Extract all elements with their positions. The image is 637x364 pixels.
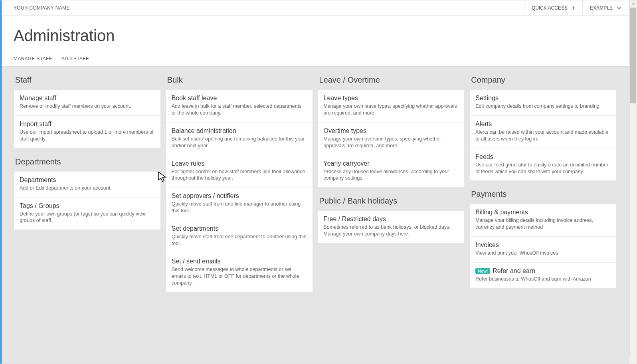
quick-access-label: QUICK ACCESS <box>532 5 568 11</box>
item-title: Yearly carryover <box>324 160 459 167</box>
item-free-restricted-days[interactable]: Free / Restricted days Sometimes referre… <box>318 211 465 243</box>
item-desc: Refer businesses to WhosOff and earn wit… <box>475 276 611 283</box>
item-feeds[interactable]: Feeds Use our feed generator to easily c… <box>470 148 616 181</box>
item-overtime-types[interactable]: Overtime types Manage your own overtime … <box>318 122 465 155</box>
item-desc: View and print your WhosOff invoices <box>475 250 611 257</box>
page-title: Administration <box>14 27 115 45</box>
item-title: Invoices <box>475 241 611 249</box>
new-badge: New! <box>475 268 490 274</box>
section-title-payments: Payments <box>471 190 617 199</box>
item-title: Set / send emails <box>172 258 307 265</box>
item-yearly-carryover[interactable]: Yearly carryover Process any unused leav… <box>318 155 465 188</box>
item-desc: Manage your own leave types, specifying … <box>324 103 459 117</box>
item-title: Book staff leave <box>172 95 307 102</box>
item-title: Settings <box>475 95 611 102</box>
section-title-departments: Departments <box>15 157 161 166</box>
tab-manage-staff[interactable]: MANAGE STAFF <box>14 56 52 61</box>
item-book-staff-leave[interactable]: Book staff leave Add leave in bulk for a… <box>166 90 313 122</box>
item-title: Departments <box>20 176 155 184</box>
item-desc: Quickly move staff from one line manager… <box>172 201 307 214</box>
plus-icon: + <box>572 5 575 11</box>
section-title-leave-overtime: Leave / Overtime <box>319 75 465 85</box>
item-settings[interactable]: Settings Edit company details from compa… <box>470 90 616 115</box>
scrollbar-corner <box>629 356 637 364</box>
item-title: Leave rules <box>172 160 307 167</box>
item-desc: Add leave in bulk for a staff member, se… <box>172 103 307 117</box>
item-title: Set departments <box>172 225 307 232</box>
item-desc: For tighter control on how staff members… <box>172 168 307 182</box>
content-area: Staff Manage staff Remove or modify staf… <box>2 67 629 364</box>
item-title: Overtime types <box>324 127 459 135</box>
item-departments[interactable]: Departments Add or Edit departments on y… <box>14 172 160 197</box>
scrollbar-up-button[interactable] <box>630 0 637 8</box>
item-title-text: Refer and earn <box>493 267 535 275</box>
tab-add-staff[interactable]: ADD STAFF <box>61 56 89 61</box>
item-desc: Quickly move staff from one department t… <box>172 233 307 247</box>
user-menu-label: EXAMPLE <box>590 5 613 11</box>
item-tags-groups[interactable]: Tags / Groups Define your own groups (or… <box>14 197 160 230</box>
item-title: Import staff <box>20 121 155 128</box>
item-import-staff[interactable]: Import staff Use our import spreadsheet … <box>14 115 160 148</box>
company-name: YOUR COMPANY NAME <box>14 5 70 11</box>
item-desc: Use our feed generator to easily create … <box>475 162 611 175</box>
item-desc: Sometimes referred to as bank holidays, … <box>324 224 459 237</box>
item-desc: Add or Edit departments on your account. <box>20 185 155 192</box>
item-desc: Manage your own overtime types, specifyi… <box>324 136 459 149</box>
item-title: Alerts <box>475 121 611 128</box>
item-desc: Edit company details from company settin… <box>475 103 611 110</box>
item-set-approvers[interactable]: Set approvers / notifiers Quickly move s… <box>166 187 313 220</box>
section-title-staff: Staff <box>15 75 161 85</box>
item-title: Leave types <box>324 95 459 102</box>
item-title: Set approvers / notifiers <box>172 192 307 200</box>
item-title: Balance administration <box>172 127 307 135</box>
item-invoices[interactable]: Invoices View and print your WhosOff inv… <box>470 236 616 262</box>
item-billing-payments[interactable]: Billing & payments Manage your billing d… <box>470 204 616 236</box>
item-desc: Bulk set users' opening and remaining ba… <box>172 136 307 149</box>
item-set-send-emails[interactable]: Set / send emails Send welcome messages … <box>166 253 313 292</box>
item-title: Tags / Groups <box>20 202 155 210</box>
action-tabs: MANAGE STAFF ADD STAFF <box>14 56 89 61</box>
section-title-company: Company <box>471 75 617 85</box>
item-manage-staff[interactable]: Manage staff Remove or modify staff memb… <box>14 90 160 115</box>
chevron-down-icon <box>617 5 621 11</box>
quick-access-button[interactable]: QUICK ACCESS + <box>524 0 582 16</box>
item-title: Manage staff <box>20 95 155 102</box>
user-menu-button[interactable]: EXAMPLE <box>582 0 629 16</box>
page-header: Administration MANAGE STAFF ADD STAFF <box>2 16 629 67</box>
scrollbar-thumb[interactable] <box>630 8 636 103</box>
item-desc: Send welcome messages to whole departmen… <box>172 266 307 287</box>
item-alerts[interactable]: Alerts Alerts can be raised within your … <box>470 115 616 148</box>
item-desc: Define your own groups (or tags) so you … <box>20 211 155 224</box>
item-balance-administration[interactable]: Balance administration Bulk set users' o… <box>166 122 313 155</box>
section-title-public-bank: Public / Bank holidays <box>319 196 465 206</box>
item-refer-earn[interactable]: New! Refer and earn Refer businesses to … <box>470 262 616 288</box>
topbar: YOUR COMPANY NAME QUICK ACCESS + EXAMPLE <box>2 0 629 16</box>
item-desc: Manage your billing details including in… <box>475 217 611 231</box>
item-leave-types[interactable]: Leave types Manage your own leave types,… <box>318 90 465 122</box>
section-title-bulk: Bulk <box>167 75 313 85</box>
item-title: Feeds <box>475 153 611 160</box>
vertical-scrollbar[interactable] <box>629 0 637 356</box>
item-set-departments[interactable]: Set departments Quickly move staff from … <box>166 220 313 253</box>
item-desc: Alerts can be raised within your account… <box>475 129 611 142</box>
item-desc: Process any unused leave allowances, acc… <box>324 168 459 182</box>
item-title: Billing & payments <box>475 209 611 216</box>
scrollbar-track[interactable] <box>630 8 637 356</box>
item-title: Free / Restricted days <box>324 216 459 223</box>
item-leave-rules[interactable]: Leave rules For tighter control on how s… <box>166 155 313 188</box>
item-desc: Remove or modify staff members on your a… <box>20 103 155 110</box>
item-desc: Use our import spreadsheet to upload 1 o… <box>20 129 155 142</box>
